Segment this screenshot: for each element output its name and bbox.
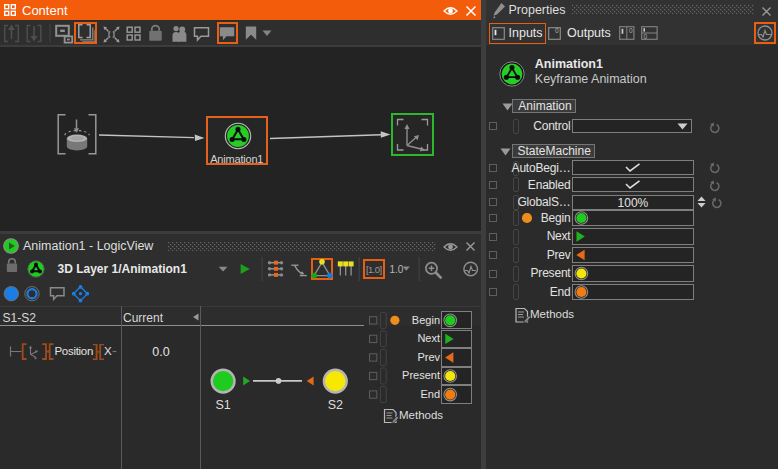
svg-text:S1: S1 [215,398,230,412]
svg-text:0: 0 [555,27,559,34]
svg-text:0: 0 [629,27,633,34]
svg-text:S2: S2 [328,398,343,412]
svg-text:0: 0 [643,33,647,40]
